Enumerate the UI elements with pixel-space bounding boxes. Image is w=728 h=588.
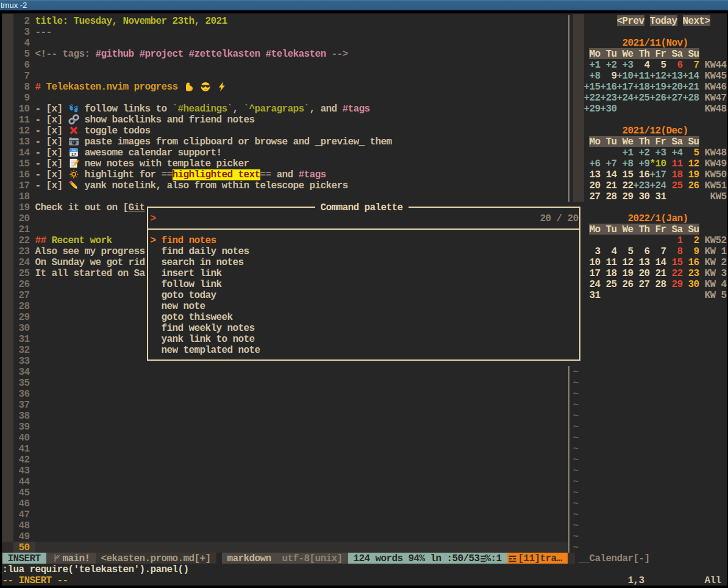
svg-text:17: 17 [71,152,76,157]
